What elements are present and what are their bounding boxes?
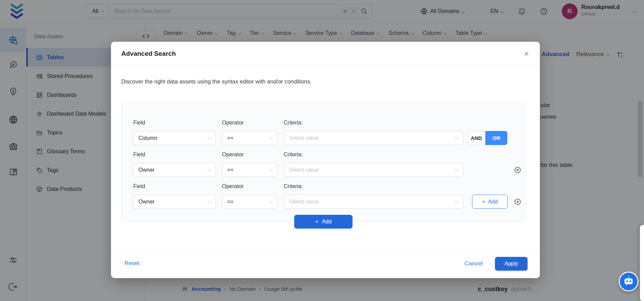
chevron-down-icon [455, 135, 459, 139]
operator-select[interactable]: == [222, 195, 277, 209]
operator-label: Operator [222, 152, 244, 158]
field-select-value: Owner [138, 167, 154, 173]
field-select-value: Owner [138, 199, 154, 205]
operator-select[interactable]: == [222, 131, 277, 145]
app-root: All ⌘ K All Domains EN [0, 0, 644, 301]
operator-label: Operator [222, 120, 244, 126]
chatbot-button[interactable] [619, 272, 639, 291]
chevron-down-icon [455, 167, 459, 171]
cancel-button[interactable]: Cancel [465, 260, 483, 267]
advanced-search-modal: Advanced Search ✕ Discover the right dat… [111, 42, 540, 278]
operator-select-value: == [227, 167, 234, 173]
field-select-value: Column [138, 135, 157, 141]
chevron-down-icon [269, 167, 273, 171]
condition-labels-row: Field Operator Criteria: [122, 152, 525, 158]
remove-condition-icon[interactable] [514, 166, 521, 174]
criteria-label: Criteria: [284, 120, 303, 126]
operator-label: Operator [222, 183, 244, 189]
remove-condition-icon[interactable] [514, 198, 521, 206]
field-select[interactable]: Column [133, 131, 216, 145]
modal-header: Advanced Search ✕ [111, 42, 540, 66]
operator-select-value: == [227, 199, 234, 205]
field-select[interactable]: Owner [133, 163, 216, 177]
criteria-select[interactable]: Select value [284, 131, 463, 145]
condition-group: Field Operator Criteria: Column == Selec… [121, 102, 526, 222]
chevron-down-icon [207, 199, 211, 203]
chevron-down-icon [269, 199, 273, 203]
field-label: Field [133, 152, 145, 158]
field-select[interactable]: Owner [133, 195, 216, 209]
chevron-down-icon [455, 199, 459, 203]
and-toggle-button[interactable]: AND [467, 131, 485, 145]
chevron-down-icon [207, 135, 211, 139]
robot-icon [623, 276, 634, 287]
criteria-select[interactable]: Select value [284, 195, 463, 209]
conjunction-toggle: AND OR [467, 131, 507, 145]
modal-description: Discover the right data assets using the… [121, 78, 312, 85]
criteria-select[interactable]: Select value [284, 163, 463, 177]
criteria-select-placeholder: Select value [289, 167, 319, 173]
criteria-label: Criteria: [284, 183, 303, 189]
condition-labels-row: Field Operator Criteria: [122, 183, 525, 190]
criteria-select-placeholder: Select value [289, 135, 319, 141]
close-icon[interactable]: ✕ [522, 49, 531, 58]
plus-icon: + [315, 219, 318, 225]
chevron-down-icon [269, 135, 273, 139]
modal-title: Advanced Search [121, 50, 176, 57]
side-panel-edge [640, 225, 644, 301]
field-label: Field [133, 183, 145, 189]
modal-footer: Reset Cancel Apply [111, 249, 540, 278]
reset-button[interactable]: Reset [124, 260, 139, 267]
operator-select[interactable]: == [222, 163, 277, 177]
apply-button[interactable]: Apply [495, 257, 528, 271]
or-toggle-button[interactable]: OR [485, 131, 507, 145]
criteria-select-placeholder: Select value [289, 199, 319, 205]
chevron-down-icon [207, 167, 211, 171]
field-label: Field [133, 120, 145, 126]
plus-icon: + [482, 199, 485, 205]
operator-select-value: == [227, 135, 234, 141]
add-group-button[interactable]: + Add [294, 215, 352, 228]
add-condition-button[interactable]: + Add [472, 195, 508, 209]
criteria-label: Criteria: [284, 152, 303, 158]
condition-labels-row: Field Operator Criteria: [122, 120, 525, 127]
